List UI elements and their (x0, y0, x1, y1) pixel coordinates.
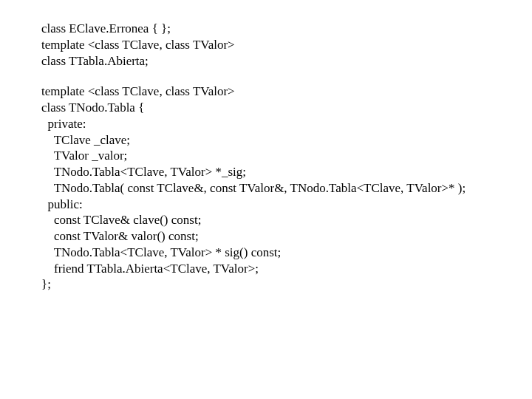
code-document: class EClave.Erronea { }; template <clas… (0, 0, 532, 293)
code-line: TNodo.Tabla<TClave, TValor> *_sig; (41, 165, 246, 179)
blank-line (41, 69, 532, 83)
code-line: private: (41, 117, 86, 131)
code-line: }; (41, 277, 51, 291)
code-line: class TTabla.Abierta; (41, 54, 149, 68)
code-line: const TClave& clave() const; (41, 213, 201, 227)
code-line: TNodo.Tabla( const TClave&, const TValor… (41, 181, 466, 195)
code-block-2: template <class TClave, class TValor> cl… (41, 83, 532, 293)
code-block-1: class EClave.Erronea { }; template <clas… (41, 21, 532, 69)
code-line: TClave _clave; (41, 133, 130, 147)
code-line: public: (41, 197, 83, 211)
code-line: template <class TClave, class TValor> (41, 38, 235, 52)
code-line: class EClave.Erronea { }; (41, 21, 171, 35)
code-line: template <class TClave, class TValor> (41, 84, 235, 98)
code-line: class TNodo.Tabla { (41, 100, 144, 115)
code-line: const TValor& valor() const; (41, 229, 199, 243)
code-line: friend TTabla.Abierta<TClave, TValor>; (41, 262, 259, 276)
code-line: TNodo.Tabla<TClave, TValor> * sig() cons… (41, 245, 281, 259)
code-line: TValor _valor; (41, 149, 127, 163)
